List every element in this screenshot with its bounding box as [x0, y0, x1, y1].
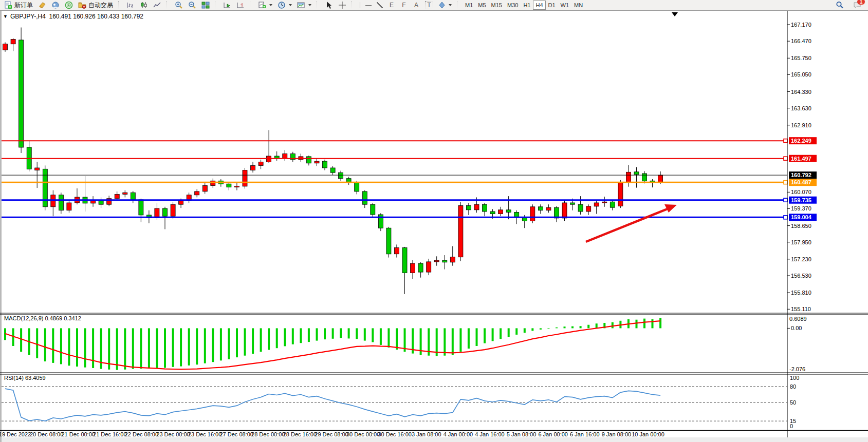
timeframe-mn-button[interactable]: MN: [571, 1, 585, 10]
candle: [634, 172, 639, 175]
timeframe-w1-button[interactable]: W1: [558, 1, 572, 10]
dropdown-arrow-icon: [449, 4, 452, 6]
candle: [483, 204, 487, 212]
trendline-button[interactable]: [374, 1, 385, 10]
time-axis[interactable]: 19 Dec 202220 Dec 08:0021 Dec 00:0021 De…: [0, 431, 664, 437]
template-icon: [297, 1, 305, 9]
candle: [258, 162, 263, 166]
search-button[interactable]: [833, 1, 846, 10]
shapes-button[interactable]: [436, 1, 454, 10]
crosshair-button[interactable]: [336, 1, 349, 10]
level-anchor-161.497[interactable]: [784, 157, 787, 160]
timeframe-m5-button[interactable]: M5: [475, 1, 488, 10]
level-anchor-159.004[interactable]: [784, 216, 787, 219]
macd-histogram-bar: [340, 328, 342, 338]
timeframe-m1-button[interactable]: M1: [463, 1, 475, 10]
chart-canvas[interactable]: 162.249161.497160.487159.735159.004160.7…: [0, 0, 868, 442]
candle: [306, 157, 311, 163]
macd-histogram-bar: [556, 328, 558, 329]
label-tool-icon: T: [425, 1, 433, 9]
cursor-button[interactable]: [322, 1, 336, 10]
level-anchor-159.735[interactable]: [784, 198, 787, 202]
horizontal-line-button[interactable]: [363, 1, 374, 10]
macd-histogram-bar: [260, 328, 262, 352]
toolbar: 新订单 自动交易: [0, 0, 868, 11]
candle: [427, 262, 431, 272]
level-anchor-160.487[interactable]: [784, 181, 787, 184]
toolbar-right: 1: [833, 1, 868, 10]
candle: [35, 168, 40, 170]
price-tick-label: 160.070: [791, 189, 811, 195]
candle: [450, 257, 455, 262]
zoom-out-button[interactable]: [186, 1, 199, 10]
macd-histogram-bar: [92, 328, 94, 368]
zoom-in-button[interactable]: [172, 1, 186, 10]
candle: [538, 207, 543, 210]
autotrade-button[interactable]: 自动交易: [76, 1, 116, 10]
toolbar-group-objects: E F A T: [356, 0, 456, 10]
rsi-axis-label: 80: [790, 383, 796, 390]
time-tick-label: 10 Jan 00:00: [632, 431, 664, 437]
timeframe-h1-button[interactable]: H1: [521, 1, 533, 10]
fibonacci-icon: F: [400, 2, 408, 9]
new-chart-button[interactable]: [255, 1, 275, 10]
auto-scroll-button[interactable]: [220, 1, 234, 10]
level-price-label: 161.497: [791, 156, 811, 162]
macd-histogram-bar: [268, 328, 270, 350]
timeframe-m30-button[interactable]: M30: [505, 1, 521, 10]
candle: [43, 169, 47, 207]
bar-chart-button[interactable]: [124, 1, 137, 10]
candle: [330, 168, 335, 172]
text-tool-button[interactable]: A: [410, 1, 422, 10]
new-chart-icon: [258, 1, 266, 9]
clock-icon: [278, 1, 286, 9]
tile-windows-button[interactable]: [199, 1, 212, 10]
rsi-indicator-label: RSI(14) 63.4059: [4, 375, 46, 381]
candle: [610, 202, 615, 207]
candle: [371, 204, 375, 215]
chart-background[interactable]: [0, 10, 868, 442]
candlestick-chart-button[interactable]: [137, 1, 151, 10]
vertical-line-icon: [360, 2, 360, 8]
channel-button[interactable]: E: [385, 1, 398, 10]
time-tick-label: 6 Jan 00:00: [538, 431, 568, 437]
line-chart-button[interactable]: [151, 1, 164, 10]
timeframe-h4-button[interactable]: H4: [533, 1, 545, 10]
rsi-axis-label: 50: [790, 399, 796, 406]
toolbar-separator: [352, 1, 355, 9]
trendline-icon: [377, 2, 383, 8]
chart-shift-button[interactable]: [234, 1, 247, 10]
community-button[interactable]: [49, 1, 62, 10]
vertical-line-button[interactable]: [357, 1, 363, 10]
price-tick-label: 157.950: [791, 239, 811, 245]
macd-histogram-bar: [76, 328, 78, 367]
time-tick-label: 19 Dec 2022: [0, 431, 31, 437]
chart-collapse-icon[interactable]: ▼: [3, 14, 8, 19]
templates-button[interactable]: [294, 1, 314, 10]
tile-windows-icon: [201, 1, 210, 9]
sponge-tool-button[interactable]: [35, 1, 49, 10]
toolbar-group-cursor: [321, 0, 350, 10]
notifications-button[interactable]: 1: [851, 1, 864, 10]
candle: [59, 195, 63, 210]
time-tick-label: 28 Dec 16:00: [283, 431, 317, 437]
fibonacci-button[interactable]: F: [398, 1, 410, 10]
candle: [195, 191, 199, 195]
time-tick-label: 29 Dec 08:00: [315, 431, 348, 437]
dropdown-arrow-icon: [308, 4, 311, 6]
time-tick-label: 30 Dec 00:00: [346, 431, 380, 437]
timeframe-d1-button[interactable]: D1: [546, 1, 558, 10]
new-order-button[interactable]: 新订单: [2, 1, 35, 10]
time-tick-label: 23 Dec 16:00: [188, 431, 221, 437]
label-tool-button[interactable]: T: [422, 1, 436, 10]
level-anchor-162.249[interactable]: [784, 139, 787, 143]
candle: [3, 44, 8, 50]
candle: [235, 186, 239, 187]
macd-histogram-bar: [292, 328, 294, 344]
macd-histogram-bar: [652, 319, 654, 329]
macd-histogram-bar: [492, 328, 494, 341]
timeframe-m15-button[interactable]: M15: [489, 1, 505, 10]
macd-axis-zero: 0.00: [791, 325, 802, 331]
periods-button[interactable]: [275, 1, 294, 10]
signals-button[interactable]: [62, 1, 76, 10]
